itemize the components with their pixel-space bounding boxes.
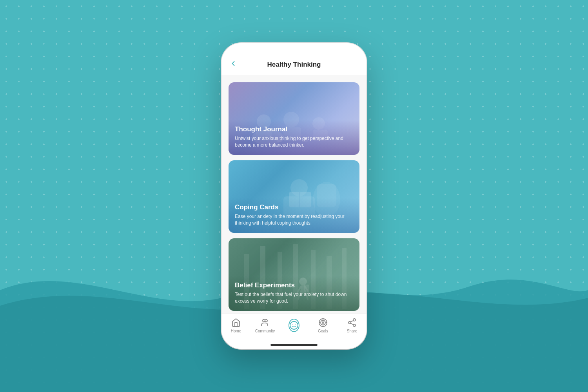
mood-icon xyxy=(289,320,299,330)
card-3-overlay: Belief Experiments Test out the beliefs … xyxy=(229,276,359,311)
card-2-overlay: Coping Cards Ease your anxiety in the mo… xyxy=(229,198,359,233)
home-indicator xyxy=(270,344,318,346)
content-area: Thought Journal Untwist your anxious thi… xyxy=(221,75,367,313)
svg-point-30 xyxy=(265,319,267,322)
card-2-title: Coping Cards xyxy=(235,203,353,211)
community-icon xyxy=(260,318,270,328)
nav-share[interactable]: Share xyxy=(341,318,363,333)
notch xyxy=(274,45,314,53)
nav-mood[interactable] xyxy=(283,320,305,330)
svg-line-45 xyxy=(351,321,354,322)
page-title: Healthy Thinking xyxy=(242,61,346,69)
thought-journal-card[interactable]: Thought Journal Untwist your anxious thi… xyxy=(229,82,359,155)
svg-point-31 xyxy=(290,321,298,329)
nav-home-label: Home xyxy=(231,329,241,333)
svg-point-34 xyxy=(319,319,327,327)
nav-goals-label: Goals xyxy=(318,329,328,333)
svg-point-29 xyxy=(263,319,265,322)
svg-point-35 xyxy=(321,320,325,325)
nav-community-label: Community xyxy=(255,329,275,333)
share-icon xyxy=(347,318,357,328)
belief-experiments-card[interactable]: Belief Experiments Test out the beliefs … xyxy=(229,238,359,311)
coping-cards-card[interactable]: Coping Cards Ease your anxiety in the mo… xyxy=(229,160,359,233)
home-bar xyxy=(221,341,367,349)
goals-icon xyxy=(318,318,328,328)
bottom-navigation: Home Community xyxy=(221,313,367,341)
card-2-desc: Ease your anxiety in the moment by readj… xyxy=(235,213,353,227)
phone-frame: Healthy Thinking xyxy=(221,43,367,349)
nav-share-label: Share xyxy=(347,329,358,333)
app-header: Healthy Thinking xyxy=(221,55,367,75)
card-3-desc: Test out the beliefs that fuel your anxi… xyxy=(235,291,353,305)
card-3-title: Belief Experiments xyxy=(235,281,353,289)
card-1-overlay: Thought Journal Untwist your anxious thi… xyxy=(229,120,359,155)
nav-home[interactable]: Home xyxy=(225,318,247,333)
home-icon xyxy=(231,318,241,328)
nav-goals[interactable]: Goals xyxy=(312,318,334,333)
svg-point-36 xyxy=(322,322,324,323)
status-bar xyxy=(221,43,367,55)
back-button[interactable] xyxy=(229,60,237,69)
card-1-title: Thought Journal xyxy=(235,125,353,133)
svg-line-44 xyxy=(351,323,354,325)
nav-community[interactable]: Community xyxy=(254,318,276,333)
card-1-desc: Untwist your anxious thinking to get per… xyxy=(235,135,353,149)
